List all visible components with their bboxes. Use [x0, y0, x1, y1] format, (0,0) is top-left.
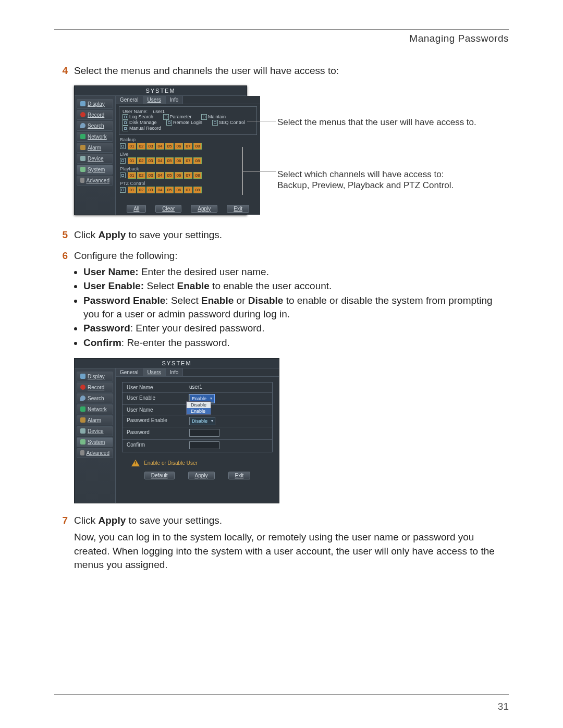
input-password[interactable] [189, 429, 219, 437]
label-confirm: Confirm [123, 440, 186, 452]
sidebar-item-system[interactable]: System [77, 437, 113, 447]
channel-button[interactable]: 05 [165, 172, 174, 179]
step-number: 5 [54, 228, 68, 242]
dropdown-option-disable[interactable]: Disable [187, 402, 211, 408]
bullet-passwordenable: Password Enable: Select Enable or Disabl… [83, 294, 509, 320]
channel-button[interactable]: 04 [156, 157, 164, 164]
channel-button[interactable]: 04 [156, 187, 164, 193]
channel-button[interactable]: 03 [146, 172, 155, 179]
dropdown-option-enable[interactable]: Enable [187, 408, 211, 414]
advanced-icon [80, 450, 84, 455]
sidebar-item-system[interactable]: System [77, 165, 113, 175]
sidebar-item-display[interactable]: Display [77, 372, 113, 381]
callout-line [242, 171, 276, 172]
channel-button[interactable]: 07 [184, 172, 192, 179]
tab-general[interactable]: General [116, 368, 143, 376]
sidebar-item-record[interactable]: Record [77, 382, 113, 392]
channel-button[interactable]: 02 [137, 143, 145, 150]
exit-button[interactable]: Exit [227, 205, 249, 213]
all-button[interactable]: All [127, 205, 146, 213]
step-text: Configure the following: [74, 250, 178, 261]
record-icon [80, 385, 85, 390]
channel-button[interactable]: 05 [165, 143, 174, 150]
sidebar-item-device[interactable]: Device [77, 426, 113, 436]
channel-button[interactable]: 07 [184, 143, 192, 150]
callout-channels: Select which channels will have access t… [277, 169, 501, 191]
dropdown-userenable[interactable]: Disable Enable [186, 401, 211, 415]
step-7: 7 Click Apply to save your settings. Now… [54, 514, 509, 572]
checkbox-icon[interactable] [123, 120, 128, 126]
checkbox-icon[interactable] [123, 126, 128, 131]
network-icon [80, 406, 85, 412]
channel-button[interactable]: 02 [137, 157, 145, 164]
channel-button[interactable]: 08 [193, 143, 202, 150]
channel-button[interactable]: 08 [193, 172, 202, 179]
step-4: 4 Select the menus and channels the user… [54, 64, 509, 78]
device-icon [80, 156, 85, 161]
tab-general[interactable]: General [116, 96, 143, 104]
checkbox-icon[interactable] [201, 114, 207, 120]
channel-button[interactable]: 01 [128, 143, 136, 150]
checkbox-icon[interactable] [120, 172, 126, 178]
sidebar-item-advanced[interactable]: Advanced [77, 176, 113, 186]
checkbox-icon[interactable] [120, 187, 126, 193]
channel-button[interactable]: 03 [146, 187, 155, 193]
clear-button[interactable]: Clear [155, 205, 181, 213]
checkbox-icon[interactable] [212, 120, 218, 126]
alarm-icon [80, 417, 85, 423]
tab-users[interactable]: Users [143, 96, 166, 104]
tab-info[interactable]: Info [166, 368, 183, 376]
channel-button[interactable]: 01 [128, 157, 136, 164]
sidebar-item-network[interactable]: Network [77, 132, 113, 142]
channel-button[interactable]: 07 [184, 157, 192, 164]
channel-button[interactable]: 07 [184, 187, 192, 193]
step-text: Select the menus and channels the user w… [74, 64, 509, 78]
sidebar-item-network[interactable]: Network [77, 404, 113, 414]
sidebar-item-device[interactable]: Device [77, 154, 113, 164]
permissions-box: User Name: user1 Log Search Parameter Ma… [119, 106, 257, 135]
exit-button[interactable]: Exit [228, 472, 251, 479]
channel-button[interactable]: 06 [175, 143, 183, 150]
step-6: 6 Configure the following: User Name: En… [54, 249, 509, 350]
channel-button[interactable]: 02 [137, 187, 145, 193]
channel-button[interactable]: 05 [165, 157, 174, 164]
default-button[interactable]: Default [144, 472, 175, 479]
section-ptz: PTZ Control [120, 181, 260, 186]
channel-button[interactable]: 02 [137, 172, 145, 179]
sidebar-item-alarm[interactable]: Alarm [77, 415, 113, 425]
channel-button[interactable]: 04 [156, 143, 164, 150]
checkbox-icon[interactable] [163, 114, 169, 120]
channel-button[interactable]: 03 [146, 143, 155, 150]
apply-button[interactable]: Apply [188, 472, 215, 479]
advanced-icon [80, 178, 84, 183]
channel-button[interactable]: 01 [128, 172, 136, 179]
checkbox-icon[interactable] [120, 158, 126, 164]
channel-button[interactable]: 08 [193, 187, 202, 193]
checkbox-icon[interactable] [123, 114, 128, 120]
callout-bracket [242, 147, 243, 195]
tab-info[interactable]: Info [166, 96, 183, 104]
channel-button[interactable]: 06 [175, 172, 183, 179]
sidebar-item-search[interactable]: Search [77, 393, 113, 403]
select-passwordenable[interactable]: Disable [189, 417, 215, 425]
channel-button[interactable]: 06 [175, 187, 183, 193]
label-username2: User Name [123, 405, 186, 415]
checkbox-icon[interactable] [166, 120, 172, 126]
label-passwordenable: Password Enable [123, 415, 186, 427]
channel-button[interactable]: 05 [165, 187, 174, 193]
channel-button[interactable]: 03 [146, 157, 155, 164]
channel-button[interactable]: 01 [128, 187, 136, 193]
input-confirm[interactable] [189, 441, 219, 449]
apply-button[interactable]: Apply [191, 205, 217, 213]
sidebar-item-advanced[interactable]: Advanced [77, 448, 113, 458]
channel-button[interactable]: 06 [175, 157, 183, 164]
channel-button[interactable]: 04 [156, 172, 164, 179]
channel-button[interactable]: 08 [193, 157, 202, 164]
sidebar-item-alarm[interactable]: Alarm [77, 143, 113, 153]
tab-users[interactable]: Users [143, 368, 166, 376]
sidebar-item-display[interactable]: Display [77, 99, 113, 109]
warning-icon [131, 460, 140, 466]
checkbox-icon[interactable] [120, 143, 126, 149]
sidebar-item-record[interactable]: Record [77, 110, 113, 120]
sidebar-item-search[interactable]: Search [77, 121, 113, 131]
